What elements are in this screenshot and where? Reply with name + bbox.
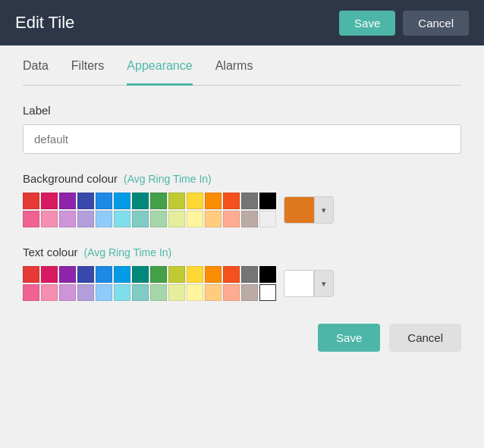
- colour-swatch[interactable]: [114, 284, 130, 301]
- colour-row: [23, 266, 276, 283]
- label-input[interactable]: [23, 124, 461, 154]
- colour-swatch[interactable]: [150, 266, 167, 283]
- colour-swatch[interactable]: [41, 193, 58, 209]
- footer-save-button[interactable]: Save: [318, 324, 380, 352]
- colour-swatch[interactable]: [114, 193, 130, 209]
- footer-buttons: Save Cancel: [23, 324, 461, 352]
- colour-swatch[interactable]: [241, 193, 258, 209]
- colour-row: [23, 284, 276, 301]
- colour-swatch[interactable]: [187, 211, 203, 227]
- colour-swatch[interactable]: [150, 193, 167, 209]
- footer-cancel-button[interactable]: Cancel: [389, 324, 461, 352]
- colour-swatch[interactable]: [205, 193, 222, 209]
- text-colour-preview: [284, 270, 314, 297]
- colour-swatch[interactable]: [241, 266, 258, 283]
- colour-swatch[interactable]: [205, 284, 222, 301]
- colour-swatch[interactable]: [77, 193, 94, 209]
- colour-swatch[interactable]: [223, 211, 240, 227]
- colour-swatch[interactable]: [59, 266, 76, 283]
- colour-swatch[interactable]: [23, 284, 39, 301]
- colour-swatch[interactable]: [168, 211, 185, 227]
- header: Edit Tile Save Cancel: [0, 0, 484, 45]
- colour-swatch[interactable]: [41, 266, 58, 283]
- colour-swatch[interactable]: [241, 284, 258, 301]
- text-colour-grid: [23, 266, 276, 301]
- colour-swatch[interactable]: [59, 193, 76, 209]
- tab-appearance[interactable]: Appearance: [127, 45, 192, 86]
- text-colour-picker: ▾: [23, 266, 461, 301]
- colour-swatch[interactable]: [41, 211, 58, 227]
- colour-swatch[interactable]: [114, 211, 130, 227]
- colour-row: [23, 193, 276, 209]
- colour-swatch[interactable]: [59, 284, 76, 301]
- colour-swatch[interactable]: [205, 266, 222, 283]
- colour-swatch[interactable]: [187, 284, 203, 301]
- colour-swatch[interactable]: [259, 284, 276, 301]
- colour-swatch[interactable]: [241, 211, 258, 227]
- header-cancel-button[interactable]: Cancel: [403, 11, 469, 36]
- colour-swatch[interactable]: [59, 211, 76, 227]
- colour-swatch[interactable]: [168, 193, 185, 209]
- colour-row: [23, 211, 276, 227]
- background-colour-section: Background colour (Avg Ring Time In) ▾: [23, 172, 461, 227]
- label-field-title: Label: [23, 104, 461, 117]
- colour-swatch[interactable]: [23, 193, 39, 209]
- colour-swatch[interactable]: [150, 284, 167, 301]
- colour-swatch[interactable]: [259, 211, 276, 227]
- background-colour-dropdown-button[interactable]: ▾: [314, 196, 334, 224]
- colour-swatch[interactable]: [77, 284, 94, 301]
- colour-swatch[interactable]: [132, 193, 149, 209]
- colour-swatch[interactable]: [41, 284, 58, 301]
- colour-swatch[interactable]: [132, 211, 149, 227]
- colour-swatch[interactable]: [187, 193, 203, 209]
- colour-swatch[interactable]: [259, 266, 276, 283]
- colour-swatch[interactable]: [132, 266, 149, 283]
- colour-swatch[interactable]: [223, 284, 240, 301]
- tab-alarms[interactable]: Alarms: [215, 45, 253, 86]
- background-colour-grid: [23, 193, 276, 227]
- colour-swatch[interactable]: [77, 266, 94, 283]
- background-colour-picker: ▾: [23, 193, 461, 227]
- text-colour-label: Text colour (Avg Ring Time In): [23, 246, 461, 258]
- colour-swatch[interactable]: [168, 266, 185, 283]
- colour-swatch[interactable]: [96, 211, 112, 227]
- background-colour-preview: [284, 196, 314, 224]
- tab-filters[interactable]: Filters: [71, 45, 105, 86]
- page-title: Edit Tile: [15, 13, 74, 33]
- label-section: Label: [23, 104, 461, 154]
- colour-swatch[interactable]: [114, 266, 130, 283]
- colour-swatch[interactable]: [168, 284, 185, 301]
- colour-swatch[interactable]: [223, 193, 240, 209]
- tabs: Data Filters Appearance Alarms: [23, 45, 461, 86]
- colour-swatch[interactable]: [23, 266, 39, 283]
- tab-data[interactable]: Data: [23, 45, 49, 86]
- colour-swatch[interactable]: [132, 284, 149, 301]
- header-save-button[interactable]: Save: [339, 11, 395, 36]
- header-buttons: Save Cancel: [339, 11, 469, 36]
- text-colour-dropdown-button[interactable]: ▾: [314, 270, 334, 297]
- text-colour-preview-box: ▾: [284, 270, 334, 297]
- colour-swatch[interactable]: [205, 211, 222, 227]
- colour-swatch[interactable]: [259, 193, 276, 209]
- text-colour-section: Text colour (Avg Ring Time In) ▾: [23, 246, 461, 301]
- background-colour-preview-box: ▾: [284, 196, 334, 224]
- colour-swatch[interactable]: [187, 266, 203, 283]
- background-colour-label: Background colour (Avg Ring Time In): [23, 172, 461, 185]
- colour-swatch[interactable]: [96, 284, 112, 301]
- colour-swatch[interactable]: [77, 211, 94, 227]
- colour-swatch[interactable]: [96, 266, 112, 283]
- colour-swatch[interactable]: [96, 193, 112, 209]
- colour-swatch[interactable]: [23, 211, 39, 227]
- content-area: Data Filters Appearance Alarms Label Bac…: [0, 45, 484, 367]
- colour-swatch[interactable]: [223, 266, 240, 283]
- colour-swatch[interactable]: [150, 211, 167, 227]
